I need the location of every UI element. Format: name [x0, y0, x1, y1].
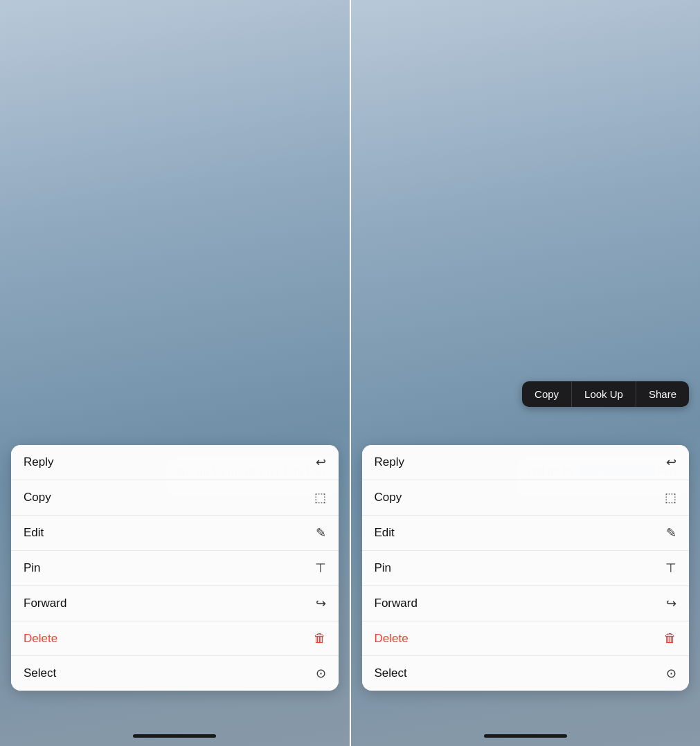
- right-menu-copy[interactable]: Copy ⬚: [362, 480, 690, 516]
- left-menu-delete[interactable]: Delete 🗑: [11, 621, 339, 656]
- left-panel: Will go for movies on 12th Feb. 10:05 AM…: [0, 0, 350, 746]
- right-panel: Copy Look Up Share Will go for movies on…: [351, 0, 701, 746]
- toolbar-copy-btn[interactable]: Copy: [522, 381, 572, 407]
- left-menu-reply[interactable]: Reply ↩: [11, 445, 339, 480]
- right-copy-icon: ⬚: [665, 490, 676, 505]
- left-menu-copy[interactable]: Copy ⬚: [11, 480, 339, 516]
- left-menu-pin[interactable]: Pin ⊤: [11, 551, 339, 586]
- left-reply-icon: ↩: [316, 455, 326, 470]
- right-menu-forward-label: Forward: [375, 597, 418, 610]
- left-menu-forward[interactable]: Forward ↪: [11, 586, 339, 621]
- left-menu-select[interactable]: Select ⊙: [11, 656, 339, 691]
- right-forward-icon: ↪: [666, 596, 676, 611]
- left-menu-select-label: Select: [24, 666, 56, 680]
- left-menu-reply-label: Reply: [24, 455, 53, 469]
- left-menu-edit-label: Edit: [24, 526, 44, 540]
- toolbar-lookup-btn[interactable]: Look Up: [572, 381, 636, 407]
- left-delete-icon: 🗑: [314, 631, 326, 646]
- right-home-indicator: [484, 734, 567, 738]
- right-menu-delete-label: Delete: [375, 632, 409, 646]
- right-pin-icon: ⊤: [665, 561, 676, 576]
- left-menu-delete-label: Delete: [24, 632, 57, 646]
- right-menu-pin-label: Pin: [375, 561, 392, 575]
- left-select-icon: ⊙: [316, 666, 326, 681]
- right-menu-reply-label: Reply: [375, 455, 404, 469]
- left-home-indicator: [133, 734, 216, 738]
- right-menu-pin[interactable]: Pin ⊤: [362, 551, 690, 586]
- right-selection-toolbar: Copy Look Up Share: [522, 381, 689, 407]
- left-menu-edit[interactable]: Edit ✎: [11, 516, 339, 551]
- right-menu-select[interactable]: Select ⊙: [362, 656, 690, 691]
- left-menu-forward-label: Forward: [24, 597, 66, 610]
- right-menu-edit[interactable]: Edit ✎: [362, 516, 690, 551]
- left-forward-icon: ↪: [316, 596, 326, 611]
- right-select-icon: ⊙: [666, 666, 676, 681]
- right-edit-icon: ✎: [666, 525, 676, 540]
- right-menu-edit-label: Edit: [375, 526, 395, 540]
- right-menu-delete[interactable]: Delete 🗑: [362, 621, 690, 656]
- left-context-menu: Reply ↩ Copy ⬚ Edit ✎ Pin ⊤ Forward ↪ De…: [11, 445, 339, 691]
- left-copy-icon: ⬚: [314, 490, 326, 505]
- right-reply-icon: ↩: [666, 455, 676, 470]
- left-pin-icon: ⊤: [315, 561, 326, 576]
- right-context-menu: Reply ↩ Copy ⬚ Edit ✎ Pin ⊤ Forward ↪ De…: [362, 445, 690, 691]
- toolbar-share-btn[interactable]: Share: [636, 381, 689, 407]
- panel-divider: [350, 0, 351, 746]
- right-menu-reply[interactable]: Reply ↩: [362, 445, 690, 480]
- left-menu-copy-label: Copy: [24, 491, 51, 504]
- left-menu-pin-label: Pin: [24, 561, 41, 575]
- left-edit-icon: ✎: [316, 525, 326, 540]
- right-delete-icon: 🗑: [664, 631, 676, 646]
- right-menu-copy-label: Copy: [375, 491, 402, 504]
- right-menu-select-label: Select: [375, 666, 407, 680]
- right-menu-forward[interactable]: Forward ↪: [362, 586, 690, 621]
